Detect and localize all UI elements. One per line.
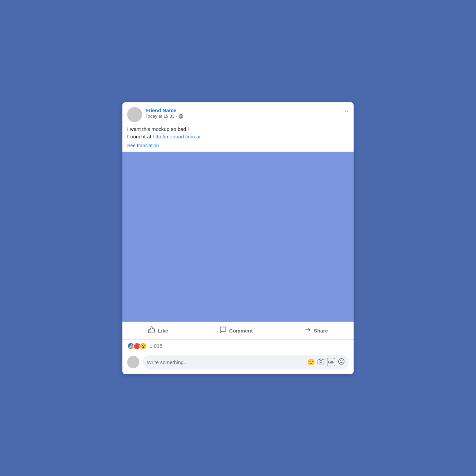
see-translation-link[interactable]: See translation bbox=[127, 143, 349, 148]
comment-button[interactable]: Comment bbox=[213, 323, 259, 338]
reaction-count: 1.035 bbox=[150, 343, 163, 349]
comment-input[interactable] bbox=[147, 359, 305, 365]
post-body: I want this mockup so bad!! Found it at … bbox=[122, 125, 354, 152]
comment-icon bbox=[219, 326, 227, 335]
share-label: Share bbox=[314, 328, 328, 334]
avatar bbox=[127, 107, 142, 122]
post-link[interactable]: http://marinad.com.ar bbox=[153, 134, 201, 139]
friend-name[interactable]: Friend Name bbox=[146, 107, 349, 114]
globe-icon bbox=[178, 114, 183, 119]
sticker-icon[interactable] bbox=[338, 358, 345, 367]
post-image-placeholder bbox=[122, 152, 354, 322]
emoji-icon[interactable]: 🙂 bbox=[307, 358, 315, 366]
action-bar: Like Comment Share bbox=[122, 322, 354, 340]
like-button[interactable]: Like bbox=[141, 323, 175, 338]
comment-icons: 🙂 GIF bbox=[307, 358, 345, 367]
share-icon bbox=[304, 326, 311, 335]
post-timestamp: Today at 19:33 · bbox=[146, 114, 177, 119]
reaction-wow-icon: 😮 bbox=[139, 342, 147, 350]
facebook-post-card: Friend Name Today at 19:33 · ··· I want … bbox=[122, 102, 354, 374]
like-icon bbox=[148, 326, 155, 335]
post-text-line2: Found it at http://marinad.com.ar bbox=[127, 133, 349, 141]
post-meta: Today at 19:33 · bbox=[146, 114, 349, 119]
post-text-prefix: Found it at bbox=[127, 134, 153, 139]
gif-icon[interactable]: GIF bbox=[327, 358, 335, 366]
comment-area: 🙂 GIF bbox=[122, 353, 354, 374]
reaction-emojis: 👍 ❤️ 😮 bbox=[127, 342, 146, 350]
share-button[interactable]: Share bbox=[297, 323, 335, 338]
comment-label: Comment bbox=[229, 328, 253, 334]
post-header: Friend Name Today at 19:33 · ··· bbox=[122, 102, 354, 125]
post-text-line1: I want this mockup so bad!! bbox=[127, 125, 349, 133]
more-options-button[interactable]: ··· bbox=[342, 107, 349, 114]
comment-input-wrap: 🙂 GIF bbox=[143, 355, 349, 369]
svg-point-5 bbox=[320, 360, 322, 363]
post-text: I want this mockup so bad!! Found it at … bbox=[127, 125, 349, 141]
camera-icon[interactable] bbox=[318, 358, 324, 367]
reactions-row: 👍 ❤️ 😮 1.035 bbox=[122, 340, 354, 353]
like-label: Like bbox=[158, 328, 168, 334]
commenter-avatar bbox=[127, 356, 139, 368]
header-info: Friend Name Today at 19:33 · bbox=[146, 107, 349, 119]
svg-point-6 bbox=[339, 358, 344, 364]
